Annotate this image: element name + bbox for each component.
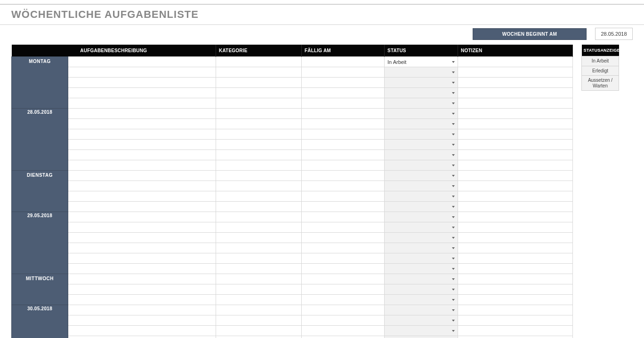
cell-description[interactable] <box>68 119 216 129</box>
cell-due[interactable] <box>302 78 385 88</box>
cell-notes[interactable] <box>458 233 573 243</box>
cell-notes[interactable] <box>458 336 573 338</box>
cell-notes[interactable] <box>458 57 573 67</box>
cell-due[interactable] <box>302 336 385 338</box>
cell-notes[interactable] <box>458 98 573 109</box>
cell-description[interactable] <box>68 57 216 67</box>
cell-notes[interactable] <box>458 140 573 150</box>
cell-notes[interactable] <box>458 295 573 305</box>
cell-status-dropdown[interactable] <box>385 222 458 233</box>
cell-category[interactable] <box>216 181 302 191</box>
cell-status-dropdown[interactable] <box>385 202 458 212</box>
cell-due[interactable] <box>302 140 385 150</box>
cell-notes[interactable] <box>458 202 573 212</box>
cell-description[interactable] <box>68 264 216 274</box>
cell-due[interactable] <box>302 202 385 212</box>
cell-status-dropdown[interactable] <box>385 119 458 129</box>
cell-notes[interactable] <box>458 274 573 284</box>
cell-description[interactable] <box>68 326 216 336</box>
cell-due[interactable] <box>302 295 385 305</box>
cell-category[interactable] <box>216 222 302 233</box>
cell-notes[interactable] <box>458 191 573 202</box>
cell-description[interactable] <box>68 202 216 212</box>
cell-notes[interactable] <box>458 109 573 119</box>
cell-notes[interactable] <box>458 78 573 88</box>
cell-description[interactable] <box>68 109 216 119</box>
cell-due[interactable] <box>302 109 385 119</box>
cell-notes[interactable] <box>458 326 573 336</box>
cell-description[interactable] <box>68 295 216 305</box>
cell-category[interactable] <box>216 253 302 264</box>
cell-description[interactable] <box>68 129 216 140</box>
cell-status-dropdown[interactable] <box>385 336 458 338</box>
cell-due[interactable] <box>302 305 385 315</box>
cell-due[interactable] <box>302 243 385 253</box>
cell-due[interactable] <box>302 326 385 336</box>
cell-category[interactable] <box>216 191 302 202</box>
cell-status-dropdown[interactable] <box>385 253 458 264</box>
cell-category[interactable] <box>216 171 302 181</box>
cell-category[interactable] <box>216 315 302 326</box>
cell-status-dropdown[interactable] <box>385 233 458 243</box>
cell-category[interactable] <box>216 243 302 253</box>
cell-due[interactable] <box>302 119 385 129</box>
cell-due[interactable] <box>302 98 385 109</box>
cell-due[interactable] <box>302 191 385 202</box>
cell-description[interactable] <box>68 305 216 315</box>
cell-status-dropdown[interactable] <box>385 88 458 98</box>
cell-description[interactable] <box>68 88 216 98</box>
cell-category[interactable] <box>216 140 302 150</box>
cell-status-dropdown[interactable] <box>385 67 458 78</box>
cell-description[interactable] <box>68 315 216 326</box>
cell-notes[interactable] <box>458 150 573 160</box>
cell-status-dropdown[interactable]: In Arbeit <box>385 57 458 67</box>
cell-category[interactable] <box>216 336 302 338</box>
cell-category[interactable] <box>216 295 302 305</box>
cell-description[interactable] <box>68 222 216 233</box>
cell-category[interactable] <box>216 264 302 274</box>
cell-description[interactable] <box>68 233 216 243</box>
cell-notes[interactable] <box>458 284 573 295</box>
cell-description[interactable] <box>68 140 216 150</box>
cell-description[interactable] <box>68 150 216 160</box>
cell-status-dropdown[interactable] <box>385 98 458 109</box>
cell-notes[interactable] <box>458 222 573 233</box>
cell-notes[interactable] <box>458 171 573 181</box>
week-begins-date[interactable]: 28.05.2018 <box>595 28 633 40</box>
cell-status-dropdown[interactable] <box>385 212 458 222</box>
cell-due[interactable] <box>302 284 385 295</box>
cell-due[interactable] <box>302 88 385 98</box>
cell-status-dropdown[interactable] <box>385 284 458 295</box>
cell-category[interactable] <box>216 274 302 284</box>
cell-due[interactable] <box>302 274 385 284</box>
cell-category[interactable] <box>216 160 302 171</box>
cell-category[interactable] <box>216 129 302 140</box>
cell-status-dropdown[interactable] <box>385 129 458 140</box>
cell-category[interactable] <box>216 284 302 295</box>
cell-status-dropdown[interactable] <box>385 274 458 284</box>
cell-status-dropdown[interactable] <box>385 295 458 305</box>
cell-category[interactable] <box>216 150 302 160</box>
cell-notes[interactable] <box>458 264 573 274</box>
cell-notes[interactable] <box>458 119 573 129</box>
cell-notes[interactable] <box>458 212 573 222</box>
cell-due[interactable] <box>302 233 385 243</box>
cell-notes[interactable] <box>458 160 573 171</box>
cell-status-dropdown[interactable] <box>385 264 458 274</box>
cell-status-dropdown[interactable] <box>385 191 458 202</box>
cell-description[interactable] <box>68 336 216 338</box>
cell-status-dropdown[interactable] <box>385 305 458 315</box>
cell-status-dropdown[interactable] <box>385 171 458 181</box>
cell-due[interactable] <box>302 160 385 171</box>
cell-description[interactable] <box>68 274 216 284</box>
cell-description[interactable] <box>68 160 216 171</box>
cell-category[interactable] <box>216 119 302 129</box>
cell-status-dropdown[interactable] <box>385 109 458 119</box>
cell-notes[interactable] <box>458 67 573 78</box>
cell-due[interactable] <box>302 150 385 160</box>
cell-status-dropdown[interactable] <box>385 243 458 253</box>
cell-status-dropdown[interactable] <box>385 78 458 88</box>
cell-category[interactable] <box>216 88 302 98</box>
cell-status-dropdown[interactable] <box>385 181 458 191</box>
cell-description[interactable] <box>68 191 216 202</box>
